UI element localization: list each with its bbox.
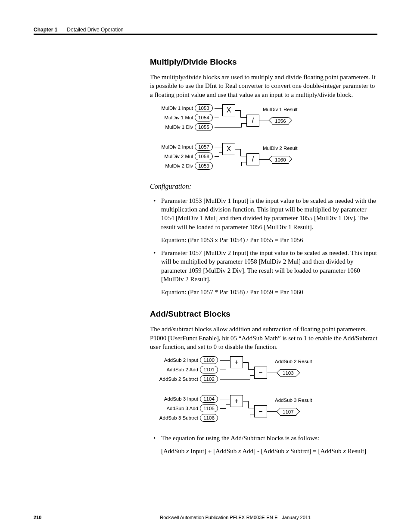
equation: Equation: (Par 1057 * Par 1058) / Par 10…: [161, 288, 377, 296]
param-pill: 1059: [195, 162, 213, 170]
param-pill: 1105: [200, 404, 218, 412]
chapter-label: Chapter 1: [34, 27, 57, 33]
param-label: MulDiv 1 Div: [150, 124, 193, 130]
section-intro-addsub: The add/subtract blocks allow addition a…: [150, 325, 377, 351]
bullet-text: Parameter 1053 [MulDiv 1 Input] is the i…: [161, 197, 376, 230]
muldiv-diagram: MulDiv 1 Input 1053 MulDiv 1 Mul 1054 Mu…: [150, 104, 377, 172]
subtract-box: –: [254, 367, 267, 379]
result-label: MulDiv 1 Result: [263, 107, 298, 112]
config-subhead: Configuration:: [150, 183, 377, 190]
chapter-title: Detailed Drive Operation: [67, 27, 123, 33]
result-hex: 1056: [272, 117, 289, 125]
param-label: AddSub 2 Subtrct: [150, 376, 198, 382]
equation: Equation: (Par 1053 x Par 1054) / Par 10…: [161, 236, 377, 244]
param-label: MulDiv 2 Div: [150, 163, 193, 168]
param-label: AddSub 3 Input: [150, 396, 198, 401]
param-pill: 1053: [195, 104, 213, 112]
param-label: MulDiv 1 Input: [150, 106, 193, 111]
header-rule: [34, 34, 377, 35]
param-label: MulDiv 2 Input: [150, 144, 193, 149]
divide-box: /: [246, 153, 259, 165]
addsub-block-2: AddSub 2 Input 1100 AddSub 2 Add 1101 Ad…: [150, 356, 377, 386]
muldiv-block-1: MulDiv 1 Input 1053 MulDiv 1 Mul 1054 Mu…: [150, 104, 377, 134]
list-item: The equation for using the Add/Subtract …: [161, 434, 377, 442]
multiply-box: X: [222, 143, 235, 155]
param-label: AddSub 3 Add: [150, 406, 198, 411]
addsub-bullets: The equation for using the Add/Subtract …: [161, 434, 377, 442]
result-hex: 1060: [272, 156, 289, 164]
bullet-text: The equation for using the Add/Subtract …: [161, 435, 319, 442]
param-pill: 1055: [195, 123, 213, 131]
addsub-diagram: AddSub 2 Input 1100 AddSub 2 Add 1101 Ad…: [150, 356, 377, 424]
add-box: +: [230, 356, 243, 368]
result-hex: 1107: [280, 408, 296, 416]
main-content: Multiply/Divide Blocks The multiply/divi…: [150, 57, 377, 456]
publication-info: Rockwell Automation Publication PFLEX-RM…: [93, 515, 377, 520]
param-pill: 1057: [195, 143, 213, 151]
result-label: AddSub 3 Result: [275, 398, 312, 403]
result-hex: 1103: [280, 369, 296, 377]
param-label: MulDiv 2 Mul: [150, 154, 193, 159]
section-heading-addsub: Add/Subtract Blocks: [150, 309, 377, 319]
param-pill: 1054: [195, 114, 213, 121]
param-label: AddSub 2 Add: [150, 367, 198, 372]
page-number: 210: [34, 515, 41, 520]
param-pill: 1101: [200, 366, 218, 373]
divide-box: /: [246, 115, 259, 127]
multiply-box: X: [222, 104, 235, 116]
addsub-equation: [AddSub x Input] + [AddSub x Add] - [Add…: [161, 447, 377, 455]
page-footer: 210 Rockwell Automation Publication PFLE…: [34, 515, 377, 520]
addsub-block-3: AddSub 3 Input 1104 AddSub 3 Add 1105 Ad…: [150, 395, 377, 424]
add-box: +: [230, 395, 243, 407]
param-pill: 1104: [200, 395, 218, 403]
param-label: AddSub 3 Subtrct: [150, 415, 198, 420]
section-heading-muldiv: Multiply/Divide Blocks: [150, 57, 377, 67]
param-pill: 1102: [200, 375, 218, 383]
muldiv-block-2: MulDiv 2 Input 1057 MulDiv 2 Mul 1058 Mu…: [150, 143, 377, 172]
param-label: MulDiv 1 Mul: [150, 115, 193, 120]
section-intro-muldiv: The multiply/divide blocks are used to m…: [150, 73, 377, 99]
list-item: Parameter 1053 [MulDiv 1 Input] is the i…: [161, 196, 377, 244]
result-label: MulDiv 2 Result: [263, 146, 298, 151]
page-header: Chapter 1 Detailed Drive Operation: [34, 27, 377, 33]
list-item: Parameter 1057 [MulDiv 2 Input] the inpu…: [161, 249, 377, 296]
result-label: AddSub 2 Result: [275, 359, 312, 364]
param-pill: 1106: [200, 414, 218, 422]
subtract-box: –: [254, 405, 267, 417]
param-pill: 1100: [200, 356, 218, 364]
config-bullets: Parameter 1053 [MulDiv 1 Input] is the i…: [161, 196, 377, 297]
param-label: AddSub 2 Input: [150, 358, 198, 363]
bullet-text: Parameter 1057 [MulDiv 2 Input] the inpu…: [161, 249, 377, 283]
param-pill: 1058: [195, 152, 213, 160]
